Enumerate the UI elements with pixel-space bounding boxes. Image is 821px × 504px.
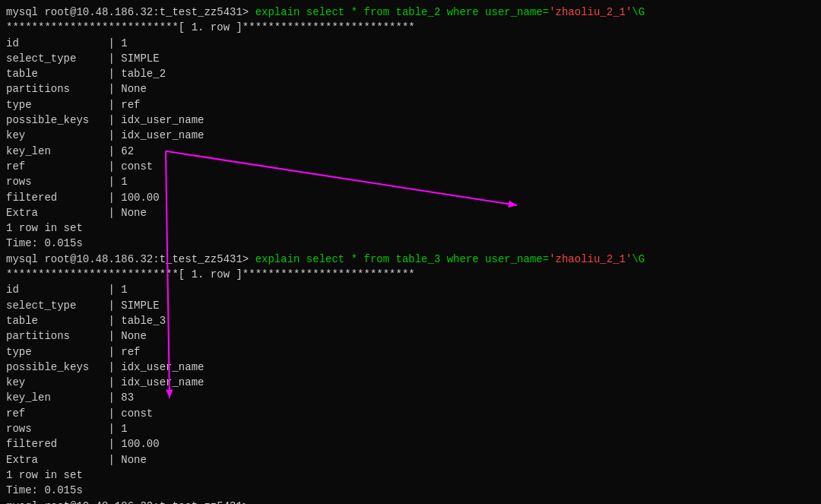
terminal-line-k1: key | idx_user_name [6, 128, 815, 143]
terminal-line-id1: id | 1 [6, 36, 815, 51]
terminal-line-st2: select_type | SIMPLE [6, 298, 815, 313]
terminal-line-t2: table | table_3 [6, 313, 815, 328]
terminal-line-r1: ref | const [6, 159, 815, 174]
terminal-line-prompt1: mysql root@10.48.186.32:t_test_zz5431> e… [6, 5, 815, 20]
terminal-line-pk2: possible_keys | idx_user_name [6, 360, 815, 375]
terminal-line-kl1: key_len | 62 [6, 144, 815, 159]
terminal-line-kl2: key_len | 83 [6, 390, 815, 405]
terminal-line-rowset2: 1 row in set [6, 468, 815, 483]
terminal: mysql root@10.48.186.32:t_test_zz5431> e… [0, 0, 821, 504]
terminal-line-id2: id | 1 [6, 282, 815, 297]
terminal-line-t1: table | table_2 [6, 66, 815, 81]
terminal-line-rows2: rows | 1 [6, 421, 815, 436]
terminal-line-ty2: type | ref [6, 344, 815, 360]
terminal-line-sep1: ***************************[ 1. row ]***… [6, 20, 815, 35]
terminal-line-ty1: type | ref [6, 97, 815, 113]
terminal-line-k2: key | idx_user_name [6, 375, 815, 390]
terminal-line-rows1: rows | 1 [6, 174, 815, 189]
terminal-line-rowset1: 1 row in set [6, 220, 815, 236]
terminal-line-pk1: possible_keys | idx_user_name [6, 113, 815, 128]
terminal-line-sep2: ***************************[ 1. row ]***… [6, 267, 815, 282]
terminal-line-time2: Time: 0.015s [6, 483, 815, 498]
terminal-line-p1: partitions | None [6, 81, 815, 97]
terminal-line-p2: partitions | None [6, 328, 815, 344]
terminal-line-time1: Time: 0.015s [6, 236, 815, 251]
terminal-line-st1: select_type | SIMPLE [6, 51, 815, 66]
terminal-line-e2: Extra | None [6, 452, 815, 468]
terminal-line-r2: ref | const [6, 406, 815, 421]
terminal-line-prompt3: mysql root@10.48.186.32:t_test_zz5431> [6, 499, 815, 505]
terminal-line-f2: filtered | 100.00 [6, 436, 815, 452]
terminal-line-f1: filtered | 100.00 [6, 190, 815, 205]
terminal-line-prompt2: mysql root@10.48.186.32:t_test_zz5431> e… [6, 252, 815, 267]
terminal-line-e1: Extra | None [6, 205, 815, 220]
